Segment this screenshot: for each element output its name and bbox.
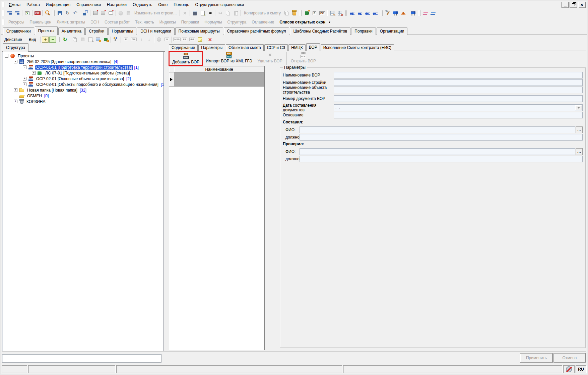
name-project-input[interactable]	[334, 79, 583, 86]
toolbar-grip[interactable]	[53, 10, 55, 16]
refresh-icon[interactable]	[64, 10, 71, 16]
toolbar-grip[interactable]	[418, 10, 420, 16]
open-windows-button[interactable]: Список открытых окон	[277, 20, 328, 24]
main-tab[interactable]: Стройки	[85, 28, 108, 35]
excel-export-icon[interactable]: X	[24, 10, 31, 16]
compiled-position-input[interactable]	[300, 134, 583, 141]
note-icon[interactable]	[196, 36, 203, 43]
unlock-icon[interactable]	[82, 10, 89, 16]
machines-icon[interactable]	[392, 10, 399, 16]
menu-item[interactable]: Структурные справочники	[192, 1, 247, 8]
main-tab[interactable]: Поисковые маршруты	[175, 28, 223, 35]
document-tab[interactable]: Параметры	[198, 44, 225, 51]
tree-row[interactable]: + ОСР-03-01 [Объекты подсобного и обслуж…	[2, 82, 164, 87]
main-tab[interactable]: Организации	[377, 28, 408, 35]
calculator-icon[interactable]	[191, 10, 198, 16]
document-tab[interactable]: ССР и СЗ	[264, 44, 288, 51]
toolbar-grip[interactable]	[2, 2, 4, 7]
collapse-all-icon[interactable]: −	[49, 37, 56, 43]
book-settings-icon[interactable]	[303, 10, 310, 16]
insert-row-icon[interactable]	[199, 10, 206, 16]
restore-button[interactable]	[570, 2, 577, 8]
main-tab[interactable]: Нормативы	[108, 28, 136, 35]
tree-expand-toggle[interactable]: +	[23, 77, 26, 81]
menu-item[interactable]: Окно	[155, 1, 171, 8]
books-pink-icon[interactable]	[422, 10, 429, 16]
pr-icon[interactable]: ПР	[319, 10, 326, 16]
menu-item[interactable]: Помощь	[171, 1, 192, 8]
main-tab[interactable]: Шаблоны Сводных Расчётов	[290, 28, 350, 35]
export-book-icon[interactable]	[102, 36, 109, 43]
search-icon[interactable]	[44, 10, 51, 16]
menu-item[interactable]: Отдохнуть	[130, 1, 155, 8]
tree-expand-toggle[interactable]: -	[23, 65, 26, 69]
toolbar-grip[interactable]	[300, 10, 302, 16]
document-tab[interactable]: Содержание	[169, 44, 198, 51]
add-comment-icon[interactable]	[107, 10, 114, 16]
checked-fio-input[interactable]	[300, 148, 575, 155]
menu-item[interactable]: Справочники	[73, 1, 104, 8]
tree-expand-toggle[interactable]: +	[14, 100, 17, 103]
menu-item[interactable]: Работа	[23, 1, 43, 8]
tree-expand-toggle[interactable]: +	[32, 71, 36, 75]
main-tab[interactable]: Проекты	[35, 26, 58, 35]
paste-buffer-icon[interactable]	[291, 10, 298, 16]
action-menu-item[interactable]: Вид	[25, 36, 40, 43]
structure-move-icon[interactable]	[14, 10, 21, 16]
tools-icon[interactable]	[384, 10, 391, 16]
menu-item[interactable]: Информация	[43, 1, 73, 8]
action-menu-item[interactable]: Действие	[1, 36, 25, 43]
row-selector-header[interactable]	[169, 66, 174, 72]
import-file-icon[interactable]	[94, 36, 102, 43]
undo-icon[interactable]	[72, 10, 79, 16]
doc-date-input[interactable]: . .	[334, 104, 583, 111]
name-vor-input[interactable]	[334, 72, 583, 78]
tree-row[interactable]: ОБМЕН [0]	[2, 93, 164, 99]
row-clear-icon[interactable]	[336, 10, 343, 16]
indent-first-level-icon[interactable]	[349, 10, 356, 16]
checked-position-input[interactable]	[300, 156, 583, 162]
tree-row[interactable]: - Проекты	[2, 53, 164, 59]
main-tab[interactable]: Справочник расчётных формул	[224, 28, 289, 35]
toolbar-grip[interactable]	[345, 10, 347, 16]
close-panel-icon[interactable]	[206, 36, 213, 43]
tree-expand-toggle[interactable]: +	[14, 88, 17, 92]
date-dropdown-button[interactable]	[575, 105, 582, 110]
doc-number-input[interactable]	[334, 95, 583, 102]
close-button[interactable]: ✕	[578, 2, 586, 8]
add-position-icon[interactable]	[92, 10, 99, 16]
vor-list-selected-row[interactable]	[169, 72, 264, 87]
compiled-fio-browse-button[interactable]: …	[576, 126, 583, 133]
row-edit-icon[interactable]	[329, 10, 336, 16]
checked-fio-browse-button[interactable]: …	[576, 148, 583, 155]
contractors-icon[interactable]	[112, 36, 119, 43]
add-section-icon[interactable]	[100, 10, 107, 16]
toolbar-grip[interactable]	[58, 37, 60, 42]
indent-level-icon[interactable]	[356, 10, 364, 16]
books-blue-icon[interactable]	[430, 10, 437, 16]
tree-row[interactable]: + Новая папка [Новая папка] [32]	[2, 87, 164, 93]
structure-tree-icon[interactable]	[6, 10, 13, 16]
tree-row[interactable]: + ЛС 07-01 [Подготовительные работы (сме…	[2, 70, 164, 76]
expand-all-icon[interactable]: +	[42, 37, 49, 43]
toolbar-grip[interactable]	[2, 10, 4, 16]
sort-rows-icon[interactable]	[207, 10, 214, 16]
tab-structure[interactable]: Структура	[3, 43, 28, 52]
add-vor-button[interactable]: ВОР Добавить ВОР	[170, 52, 202, 65]
empty-row-cell[interactable]	[174, 72, 264, 87]
tree-row[interactable]: - ОСР-01-01 [Подготовка территории строи…	[2, 64, 164, 70]
document-tab[interactable]: Исполнение Сметы контракта (ЕИС)	[321, 44, 394, 51]
tree-row[interactable]: + ОСР-02-01 [Основные объекты строительс…	[2, 76, 164, 82]
tree-expand-toggle[interactable]: -	[5, 54, 8, 58]
menu-item[interactable]: Смета	[6, 1, 23, 8]
toolbar-grip[interactable]	[2, 19, 4, 25]
outdent-level-icon[interactable]	[364, 10, 371, 16]
main-tab[interactable]: Справочники	[3, 28, 34, 35]
pdf-export-icon[interactable]: PDF	[34, 10, 41, 16]
import-vor-button[interactable]: XML ГГЭ Импорт ВОР из XML ГГЭ	[203, 51, 255, 66]
menu-item[interactable]: Настройки	[104, 1, 130, 8]
main-tab[interactable]: ЭСН и методики	[137, 28, 174, 35]
name-column-header[interactable]: Наименование	[174, 66, 264, 72]
truck-loaded-icon[interactable]	[410, 10, 417, 16]
outdent-last-level-icon[interactable]	[372, 10, 379, 16]
